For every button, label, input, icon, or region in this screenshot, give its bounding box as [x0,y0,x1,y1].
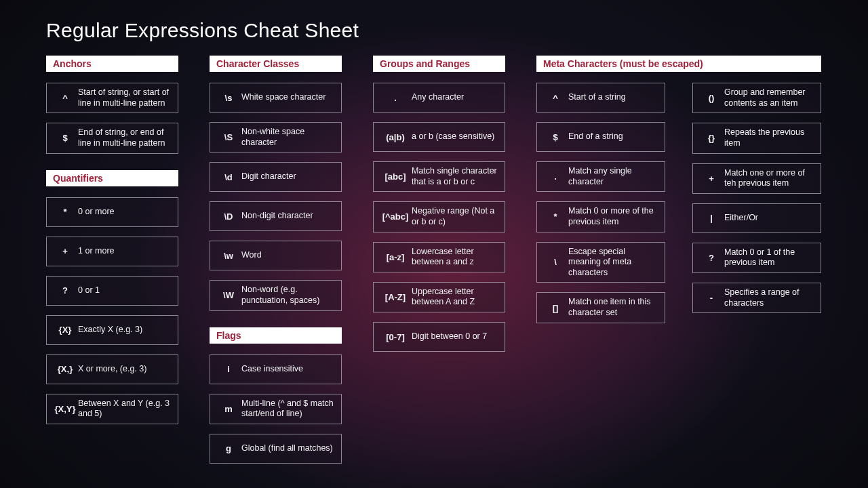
regex-symbol: \S [216,132,241,142]
regex-symbol: \d [216,172,241,182]
meta-item: ? Match 0 or 1 of the previous item [692,243,821,273]
groups-item: . Any character [373,83,505,113]
groups-item: (a|b) a or b (case sensitive) [373,122,505,152]
flags-item: m Multi-line (^ and $ match start/end of… [210,394,342,424]
meta-heading: Meta Characters (must be escaped) [536,56,821,72]
regex-symbol: {} [698,133,724,143]
regex-description: Between X and Y (e.g. 3 and 5) [78,399,172,420]
regex-description: Global (find all matches) [241,443,336,454]
regex-symbol: . [542,171,568,182]
regex-symbol: ? [52,285,78,296]
classes-item: \w Word [210,241,342,270]
classes-item: \d Digit character [210,162,342,192]
regex-symbol: m [216,404,241,414]
col-1: Anchors ^ Start of string, or start of l… [46,56,178,434]
meta-item: - Specifies a range of characters [692,283,821,313]
regex-description: Repeats the previous item [724,127,815,148]
regex-description: Case insensitive [241,364,336,375]
meta-item: * Match 0 or more of the previous item [536,201,665,232]
regex-symbol: . [379,93,412,103]
regex-symbol: + [698,174,724,184]
regex-symbol: [0-7] [379,332,412,342]
meta-item: | Either/Or [692,203,821,233]
regex-symbol: [abc] [379,171,412,182]
regex-description: Match 0 or 1 of the previous item [724,247,815,268]
regex-description: Digit between 0 or 7 [412,331,499,342]
regex-description: X or more, (e.g. 3) [78,364,172,375]
quantifiers-item: {X,Y} Between X and Y (e.g. 3 and 5) [46,394,178,424]
page-title: Regular Expressions Cheat Sheet [46,19,822,42]
regex-description: 1 or more [78,246,172,257]
regex-symbol: g [216,443,241,453]
groups-item: [abc] Match single character that is a o… [373,161,505,192]
regex-description: Exactly X (e.g. 3) [78,325,172,336]
regex-symbol: $ [542,132,568,142]
groups-item: [0-7] Digit between 0 or 7 [373,322,505,352]
flags-item: g Global (find all matches) [210,434,342,464]
quantifiers-item: + 1 or more [46,237,178,266]
groups-item: [a-z] Lowercase letter between a and z [373,242,505,272]
flags-item: i Case insensitive [210,354,342,384]
regex-description: 0 or more [78,207,172,218]
regex-symbol: {X,} [52,364,78,374]
anchors-heading: Anchors [46,56,178,72]
meta-item: . Match any single character [536,161,665,192]
meta-right: () Group and remember contents as an ite… [692,83,821,333]
groups-heading: Groups and Ranges [373,56,505,72]
quantifiers-item: {X,} X or more, (e.g. 3) [46,354,178,384]
quantifiers-item: {X} Exactly X (e.g. 3) [46,315,178,345]
regex-symbol: * [52,207,78,217]
regex-description: Match any single character [568,166,659,187]
regex-symbol: ? [698,253,724,263]
regex-symbol: + [52,246,78,256]
regex-description: Specifies a range of characters [724,287,815,308]
columns: Anchors ^ Start of string, or start of l… [46,56,822,473]
regex-description: Group and remember contents as an item [724,87,815,108]
meta-item: {} Repeats the previous item [692,123,821,153]
regex-symbol: ^ [52,93,78,103]
regex-description: Negative range (Not a or b or c) [412,206,499,227]
quantifiers-item: * 0 or more [46,197,178,227]
meta-left: ^ Start of a string $ End of a string . … [536,83,665,333]
flags-heading: Flags [210,327,342,344]
regex-description: Either/Or [724,213,815,224]
regex-symbol: {X,Y} [52,404,78,414]
regex-symbol: $ [52,133,78,143]
regex-symbol: \W [216,290,241,300]
regex-description: Match single character that is a or b or… [412,166,499,187]
regex-symbol: ^ [542,93,568,103]
regex-description: Lowercase letter between a and z [412,247,499,268]
regex-symbol: [^abc] [379,211,412,222]
meta-item: [] Match one item in this character set [536,292,665,323]
meta-item: ^ Start of a string [536,83,665,113]
classes-heading: Character Classes [210,56,342,72]
col-2: Character Classes \s White space charact… [210,56,342,473]
regex-symbol: \D [216,211,241,222]
regex-description: Non-white space character [241,127,336,148]
regex-symbol: | [698,213,724,223]
regex-description: 0 or 1 [78,285,172,296]
col-3: Groups and Ranges . Any character (a|b) … [373,56,505,361]
regex-description: Uppercase letter between A and Z [412,287,499,308]
meta-grid: ^ Start of a string $ End of a string . … [536,83,821,333]
page: Regular Expressions Cheat Sheet Anchors … [0,0,868,473]
regex-description: Multi-line (^ and $ match start/end of l… [241,399,336,420]
meta-item: + Match one or more of teh previous item [692,163,821,194]
regex-symbol: [A-Z] [379,292,412,302]
meta-item: $ End of a string [536,122,665,152]
meta-item: () Group and remember contents as an ite… [692,83,821,113]
anchors-item: ^ Start of string, or start of line in m… [46,83,178,113]
regex-description: Non-word (e.g. punctuation, spaces) [241,285,336,306]
classes-item: \S Non-white space character [210,122,342,152]
regex-symbol: \w [216,251,241,261]
regex-symbol: \ [542,257,568,267]
regex-symbol: i [216,364,241,374]
regex-description: Word [241,250,336,261]
quantifiers-heading: Quantifiers [46,170,178,186]
regex-description: White space character [241,92,336,103]
regex-description: Any character [412,92,499,103]
regex-symbol: * [542,211,568,222]
regex-symbol: [a-z] [379,252,412,262]
classes-item: \D Non-digit character [210,201,342,231]
regex-description: End of string, or end of line in multi-l… [78,127,172,148]
